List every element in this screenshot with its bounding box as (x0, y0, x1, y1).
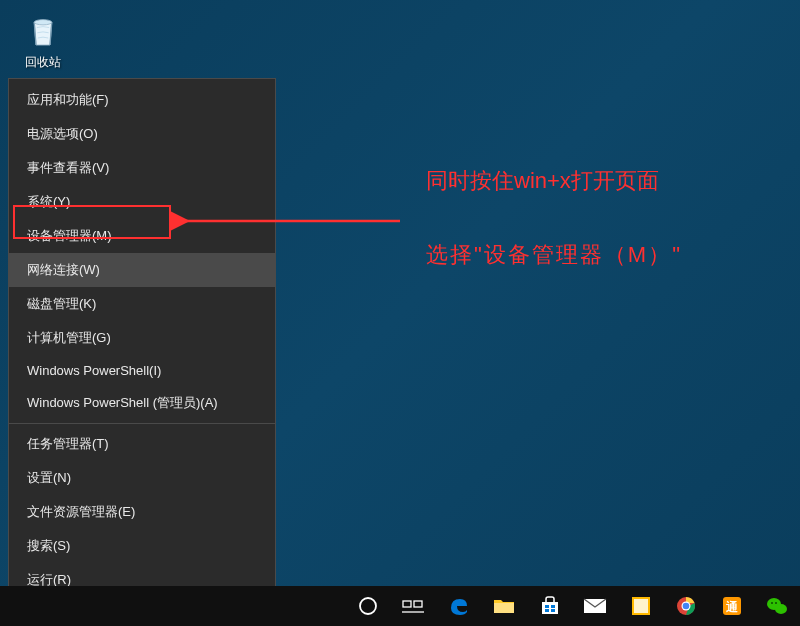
recycle-bin-icon (22, 10, 64, 52)
recycle-bin-label: 回收站 (22, 54, 64, 71)
svg-point-22 (771, 602, 773, 604)
taskbar-app-orange[interactable]: 通 (709, 586, 755, 626)
svg-rect-9 (551, 605, 555, 608)
svg-rect-14 (634, 599, 648, 613)
menu-disk-management[interactable]: 磁盘管理(K) (9, 287, 275, 321)
menu-powershell-admin[interactable]: Windows PowerShell (管理员)(A) (9, 386, 275, 420)
menu-device-manager[interactable]: 设备管理器(M) (9, 219, 275, 253)
svg-text:通: 通 (725, 600, 739, 614)
desktop-recycle-bin[interactable]: 回收站 (22, 10, 64, 71)
svg-rect-3 (403, 601, 411, 607)
menu-separator (9, 423, 275, 424)
taskbar: 通 (0, 586, 800, 626)
taskbar-cortana[interactable] (345, 586, 391, 626)
svg-rect-6 (494, 603, 514, 613)
svg-point-23 (775, 602, 777, 604)
svg-rect-11 (551, 609, 555, 612)
menu-network-connections[interactable]: 网络连接(W) (9, 253, 275, 287)
menu-settings[interactable]: 设置(N) (9, 461, 275, 495)
taskbar-onenote[interactable] (618, 586, 664, 626)
menu-power-options[interactable]: 电源选项(O) (9, 117, 275, 151)
menu-apps-features[interactable]: 应用和功能(F) (9, 83, 275, 117)
svg-point-17 (683, 603, 690, 610)
menu-task-manager[interactable]: 任务管理器(T) (9, 427, 275, 461)
annotation-text-2: 选择"设备管理器（M）" (426, 240, 682, 270)
svg-point-21 (775, 604, 787, 614)
annotation-text-1: 同时按住win+x打开页面 (426, 166, 659, 196)
taskbar-mail[interactable] (573, 586, 619, 626)
menu-event-viewer[interactable]: 事件查看器(V) (9, 151, 275, 185)
taskbar-store[interactable] (527, 586, 573, 626)
menu-system[interactable]: 系统(Y) (9, 185, 275, 219)
menu-file-explorer[interactable]: 文件资源管理器(E) (9, 495, 275, 529)
svg-point-0 (34, 20, 52, 25)
taskbar-file-explorer[interactable] (482, 586, 528, 626)
taskbar-task-view[interactable] (391, 586, 437, 626)
svg-point-2 (360, 598, 376, 614)
svg-rect-8 (545, 605, 549, 608)
winx-power-menu: 应用和功能(F) 电源选项(O) 事件查看器(V) 系统(Y) 设备管理器(M)… (8, 78, 276, 626)
taskbar-edge[interactable] (436, 586, 482, 626)
taskbar-wechat[interactable] (755, 586, 801, 626)
taskbar-chrome[interactable] (664, 586, 710, 626)
menu-powershell[interactable]: Windows PowerShell(I) (9, 355, 275, 386)
svg-rect-7 (542, 602, 558, 614)
menu-computer-management[interactable]: 计算机管理(G) (9, 321, 275, 355)
menu-search[interactable]: 搜索(S) (9, 529, 275, 563)
svg-rect-10 (545, 609, 549, 612)
svg-rect-4 (414, 601, 422, 607)
